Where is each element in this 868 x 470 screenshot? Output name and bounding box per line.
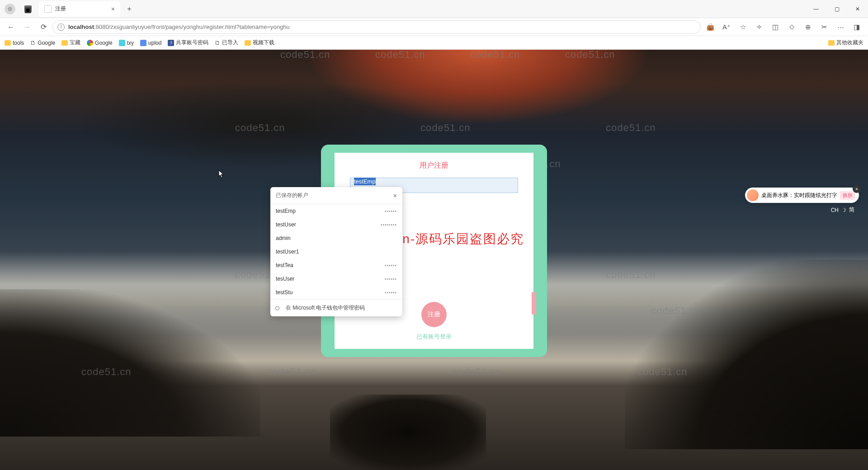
bookmarks-bar: tools 🗋Google 宝藏 Google txy uplod f共享账号密… <box>0 36 868 50</box>
url-host: localhost <box>68 24 94 30</box>
autofill-item[interactable]: testUser•••••••• <box>270 218 402 231</box>
downloads-icon[interactable]: ⊕ <box>800 20 816 34</box>
autofill-item[interactable]: testTea•••••• <box>270 258 402 272</box>
tab-close-icon[interactable]: × <box>111 5 115 13</box>
forward-button: → <box>20 20 34 34</box>
split-icon[interactable]: ◫ <box>768 20 783 34</box>
bookmark-imported[interactable]: 🗋已导入 <box>215 39 238 47</box>
read-aloud-icon[interactable]: A⁺ <box>719 20 734 34</box>
new-tab-button[interactable]: + <box>123 3 136 15</box>
folder-icon <box>61 40 68 46</box>
browser-tab[interactable]: 注册 × <box>39 1 120 17</box>
folder-icon <box>5 40 11 46</box>
folder-icon <box>245 40 251 46</box>
refresh-button[interactable]: ⟳ <box>36 20 51 34</box>
favorite-icon[interactable]: ☆ <box>735 20 750 34</box>
ime-indicator[interactable]: CH ☽ 简 <box>831 206 854 214</box>
address-bar: ← → ⟳ i localhost:8080/zxsguanliyuyue/fr… <box>0 18 868 36</box>
site-info-icon[interactable]: i <box>57 24 65 31</box>
capybara-icon <box>747 189 759 201</box>
page-icon: 🗋 <box>215 40 220 46</box>
url-input[interactable]: i localhost:8080/zxsguanliyuyue/front/pa… <box>52 20 701 34</box>
maximize-button[interactable]: ▢ <box>826 0 847 18</box>
bookmark-other[interactable]: 其他收藏夹 <box>828 39 863 47</box>
profile-avatar-icon[interactable] <box>5 4 15 14</box>
bookmark-google2[interactable]: Google <box>87 40 113 46</box>
autofill-item[interactable]: admin <box>270 231 402 245</box>
bookmark-share-pwd[interactable]: f共享账号密码 <box>168 39 208 47</box>
bookmark-uplod[interactable]: uplod <box>140 40 161 46</box>
google-icon <box>87 40 93 46</box>
key-icon <box>274 304 283 313</box>
url-path: :8080/zxsguanliyuyue/front/pages/yonghu/… <box>94 24 290 30</box>
autofill-item[interactable]: testUser1 <box>270 245 402 258</box>
page-content: code51.cn code51.cn code51.cn code51.cn … <box>0 50 868 470</box>
collections-icon[interactable]: ✩ <box>784 20 799 34</box>
watermark: code51.cn <box>452 366 502 378</box>
cloud-icon <box>119 40 125 46</box>
folder-icon <box>828 40 835 46</box>
bookmark-video[interactable]: 视频下载 <box>245 39 274 47</box>
password-autofill-popup: 已保存的帐户 × testEmp•••••• testUser•••••••• … <box>270 187 402 316</box>
back-button[interactable]: ← <box>4 20 18 34</box>
minimize-button[interactable]: — <box>806 0 826 18</box>
autofill-manage-link[interactable]: 在 Microsoft 电子钱包中管理密码 <box>270 299 402 316</box>
sidebar-icon[interactable]: ◨ <box>849 20 864 34</box>
tab-actions-icon[interactable]: ▣ <box>24 5 32 13</box>
bookmark-txy[interactable]: txy <box>119 40 134 46</box>
register-button[interactable]: 注册 <box>421 302 447 327</box>
scroll-thumb[interactable] <box>532 292 536 315</box>
page-favicon-icon <box>44 5 52 13</box>
bookmark-tools[interactable]: tools <box>5 40 24 46</box>
window-titlebar: ▣ 注册 × + — ▢ ✕ <box>0 0 868 18</box>
key-icon: f <box>168 40 174 46</box>
menu-icon[interactable]: ⋯ <box>833 20 848 34</box>
autofill-list[interactable]: testEmp•••••• testUser•••••••• admin tes… <box>270 204 402 299</box>
tab-title: 注册 <box>55 5 108 13</box>
upload-icon <box>140 40 146 46</box>
autofill-item[interactable]: tesUser•••••• <box>270 272 402 286</box>
notification-skin-button[interactable]: 换肤 <box>840 191 855 200</box>
notification-text: 桌面养水豚：实时跟随炫光打字 <box>761 192 837 199</box>
register-title: 用户注册 <box>350 161 518 170</box>
bookmark-google[interactable]: 🗋Google <box>30 40 55 46</box>
autofill-close-icon[interactable]: × <box>393 192 397 199</box>
page-icon: 🗋 <box>30 40 36 46</box>
watermark: code51.cn <box>267 366 317 378</box>
bookmark-baozang[interactable]: 宝藏 <box>61 39 80 47</box>
close-window-button[interactable]: ✕ <box>847 0 868 18</box>
moon-icon: ☽ <box>841 207 846 213</box>
extensions-icon[interactable]: ✧ <box>751 20 767 34</box>
login-link[interactable]: 已有账号登录 <box>335 333 533 341</box>
autofill-header: 已保存的帐户 × <box>270 187 402 204</box>
notification-toast[interactable]: 桌面养水豚：实时跟随炫光打字 换肤 × <box>745 188 859 203</box>
autofill-item[interactable]: testStu•••••• <box>270 286 402 299</box>
screenshot-icon[interactable]: ✂ <box>816 20 832 34</box>
shopping-icon[interactable]: 👜 <box>703 20 718 34</box>
autofill-item[interactable]: testEmp•••••• <box>270 204 402 218</box>
notification-close-icon[interactable]: × <box>853 185 861 193</box>
